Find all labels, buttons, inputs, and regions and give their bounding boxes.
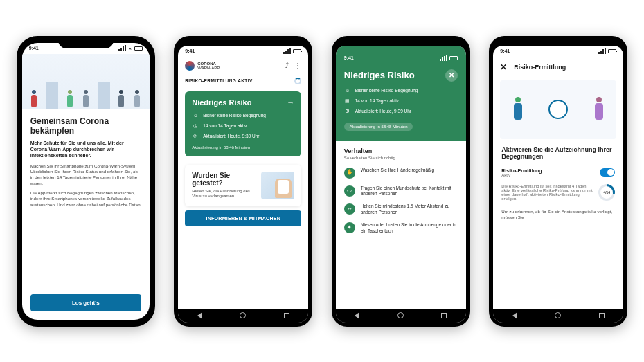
onboarding-illustration <box>22 54 150 109</box>
behave-title: Verhalten <box>344 147 458 154</box>
bluetooth-ring-icon <box>548 100 568 119</box>
clock: 9:41 <box>185 48 195 53</box>
behave-item: Niesen oder husten Sie in die Armbeuge o… <box>361 222 458 234</box>
app-header: CORONA WARN-APP ⤴ ⋮ <box>178 57 308 75</box>
signal-icon <box>440 55 447 61</box>
battery-icon <box>608 49 616 53</box>
start-button[interactable]: Los geht's <box>30 294 141 311</box>
behave-item: Tragen Sie einen Mundschutz bei Kontakt … <box>361 185 458 197</box>
onboarding-para-1: Machen Sie Ihr Smartphone zum Corona-War… <box>30 163 141 186</box>
risk-card-title: Niedriges Risiko <box>192 98 251 107</box>
close-icon[interactable]: ✕ <box>500 62 507 72</box>
status-bar: 9:41 <box>493 46 623 57</box>
battery-icon <box>134 46 143 51</box>
clock: 9:41 <box>29 46 39 51</box>
sneeze-icon: ✦ <box>344 222 355 233</box>
settings-headline: Aktivieren Sie die Aufzeichnung Ihrer Be… <box>501 146 615 160</box>
nav-recent-icon[interactable] <box>284 313 289 318</box>
android-navbar <box>336 309 466 323</box>
signal-icon <box>598 48 606 54</box>
battery-icon <box>449 56 458 60</box>
arrow-right-icon: → <box>287 98 294 107</box>
wash-hands-icon: ✋ <box>344 168 355 179</box>
status-bar: 9:41 <box>178 46 308 57</box>
android-navbar <box>178 309 308 323</box>
toggle-label: Risiko-Ermittlung <box>501 168 542 173</box>
more-icon[interactable]: ⋮ <box>294 62 301 69</box>
contact-icon: ☺ <box>344 87 351 94</box>
risk-item: Aktualisiert: Heute, 9:39 Uhr <box>355 109 411 114</box>
phone-android-risk-detail: 9:41 Niedriges Risiko ✕ ☺Bisher keine Ri… <box>332 36 470 327</box>
nav-back-icon[interactable] <box>512 312 517 319</box>
settings-header: Risiko-Ermittlung <box>514 64 566 71</box>
update-pill: Aktualisierung in 58:48 Minuten <box>344 123 413 131</box>
inform-button[interactable]: INFORMIEREN & MITMACHEN <box>185 210 301 226</box>
onboarding-title: Gemeinsam Corona bekämpfen <box>30 116 141 136</box>
days-gauge <box>598 184 615 201</box>
brand-line-2: WARN-APP <box>197 66 220 70</box>
nav-recent-icon[interactable] <box>599 313 605 318</box>
phone-android-settings: 9:41 ✕ Risiko-Ermittlung Aktivieren Sie … <box>489 36 627 327</box>
status-bar: 9:41 <box>344 53 458 64</box>
risk-item: Aktualisiert: Heute, 9:39 Uhr <box>203 134 259 138</box>
hand-phone-illustration <box>261 172 294 199</box>
tracking-toggle[interactable] <box>600 168 615 177</box>
signal-icon <box>283 48 291 54</box>
nav-home-icon[interactable] <box>555 312 561 318</box>
share-icon[interactable]: ⤴ <box>285 62 289 69</box>
iphone-notch <box>58 36 114 48</box>
refresh-icon: ⟳ <box>192 133 199 140</box>
distance-icon: ↔ <box>344 203 355 215</box>
clock-icon: ◷ <box>192 123 199 129</box>
close-icon[interactable]: ✕ <box>445 69 458 82</box>
shield-icon: ⛨ <box>344 108 351 115</box>
nav-back-icon[interactable] <box>355 312 359 319</box>
risk-item: 14 von 14 Tagen aktiv <box>355 98 399 103</box>
settings-more-text: Um zu erkennen, ob für Sie ein Ansteckun… <box>501 209 615 221</box>
android-navbar <box>493 309 623 323</box>
loading-spinner-icon <box>294 78 301 84</box>
settings-info-text: Die Risiko-Ermittlung ist seit insgesamt… <box>501 184 593 201</box>
signal-icon <box>118 45 126 51</box>
tested-title: Wurden Sie getestet? <box>192 172 256 187</box>
behave-item: Waschen Sie Ihre Hände regelmäßig <box>361 168 434 173</box>
phone-iphone-onboarding: 9:41 ⌅ Gemeinsam Corona bekämpfen Mehr S… <box>17 36 155 327</box>
phone-android-home: 9:41 CORONA WARN-APP ⤴ ⋮ <box>174 36 312 327</box>
tracking-illustration <box>500 80 616 139</box>
toggle-sublabel: Aktiv <box>501 173 542 177</box>
app-logo: CORONA WARN-APP <box>185 61 220 71</box>
nav-recent-icon[interactable] <box>441 313 447 318</box>
clock: 9:41 <box>344 55 354 60</box>
logo-mark-icon <box>185 61 195 71</box>
risk-card-footer: Aktualisierung in 58:46 Minuten <box>192 145 294 150</box>
nav-home-icon[interactable] <box>240 312 246 318</box>
onboarding-lead: Mehr Schutz für Sie und uns alle. Mit de… <box>30 140 141 159</box>
risk-item: Bisher keine Risiko-Begegnung <box>203 113 266 118</box>
battery-icon <box>293 49 301 53</box>
risk-item: 14 von 14 Tagen aktiv <box>203 123 247 128</box>
onboarding-para-2: Die App merkt sich Begegnungen zwischen … <box>30 190 141 208</box>
tested-card: Wurden Sie getestet? Helfen Sie, die Aus… <box>185 165 301 207</box>
tested-body: Helfen Sie, die Ausbreitung des Virus zu… <box>192 189 256 200</box>
behave-item: Halten Sie mindestens 1,5 Meter Abstand … <box>361 203 458 215</box>
clock: 9:41 <box>500 48 510 53</box>
risk-card-low[interactable]: Niedriges Risiko → ☺Bisher keine Risiko-… <box>185 91 301 156</box>
nav-home-icon[interactable] <box>397 312 404 318</box>
mask-icon: ◡ <box>344 185 355 197</box>
risk-item: Bisher keine Risiko-Begegnung <box>355 88 418 93</box>
calendar-icon: ▦ <box>344 98 351 105</box>
behave-subtitle: So verhalten Sie sich richtig <box>344 156 458 160</box>
risk-status-label: RISIKO-ERMITTLUNG AKTIV <box>185 78 252 83</box>
contact-icon: ☺ <box>192 112 199 119</box>
wifi-icon: ⌅ <box>128 46 132 51</box>
nav-back-icon[interactable] <box>197 312 202 319</box>
risk-detail-title: Niedriges Risiko <box>344 70 415 80</box>
